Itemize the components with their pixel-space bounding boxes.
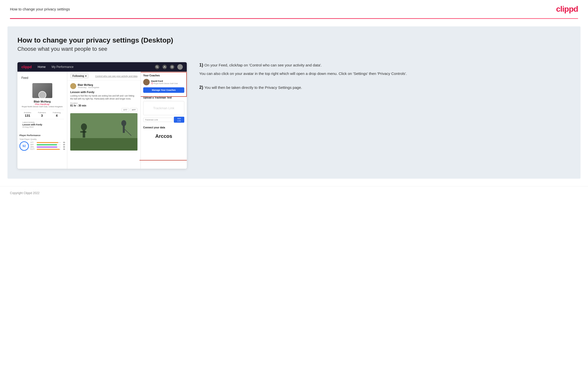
pp-bar-value: 85 [62, 144, 65, 146]
post-image [70, 113, 137, 151]
pp-bar-value: 86 [62, 146, 65, 148]
stat-followers: Followers 3 [38, 111, 46, 117]
connect-section: Connect your data Arccos [143, 126, 184, 140]
pp-quality-label: Total Player Quality [19, 138, 65, 140]
pp-title: Player Performance [19, 134, 65, 137]
pp-bar-value: 90 [62, 142, 65, 143]
stat-following-value: 4 [53, 114, 61, 117]
svg-point-2 [164, 66, 165, 67]
coach-info: David Ford Royal North Devon Golf Club [151, 80, 178, 85]
control-privacy-link[interactable]: Control who can see your activity and da… [95, 75, 137, 77]
following-button[interactable]: Following ▾ [70, 74, 89, 78]
trackman-input-area: Trackman Link [143, 101, 184, 115]
add-link-button[interactable]: Add Link [174, 117, 184, 123]
step1-text: 1) On your Feed, click/tap on 'Control w… [199, 62, 568, 68]
coaches-section: Your Coaches David Ford Royal North Devo… [143, 74, 184, 93]
pp-bar-fill [37, 147, 57, 148]
app-screenshot: clippd Home My Performance [17, 62, 187, 169]
post-duration-label: Duration [70, 102, 137, 104]
post-footer: Duration 01 hr : 30 min OTT APP [70, 102, 137, 112]
step2-number: 2) [199, 85, 203, 90]
pp-bar-label: PUTT [30, 148, 36, 150]
pp-bar-row: OTT 90 [30, 142, 65, 143]
copyright: Copyright Clippd 2022 [10, 191, 40, 195]
user-club: Royal North Devon Golf Club, United King… [20, 105, 64, 108]
pp-bar-track [37, 147, 61, 148]
step2-text-body: You will then be taken directly to the P… [204, 85, 302, 90]
top-header: How to change your privacy settings clip… [0, 0, 588, 18]
stat-followers-label: Followers [38, 111, 46, 114]
app-sidebar: Feed Blair McHarg Plus Handicap Royal No… [17, 72, 67, 169]
app-nav: clippd Home My Performance [17, 62, 187, 72]
post-description: Looking to feel like my hands are exitin… [70, 95, 137, 101]
coach-row: David Ford Royal North Devon Golf Club [143, 79, 184, 85]
content-row: clippd Home My Performance [17, 62, 571, 169]
user-card: Blair McHarg Plus Handicap Royal North D… [17, 81, 67, 132]
pp-bar-row: PUTT 96 [30, 148, 65, 150]
stat-followers-value: 3 [38, 114, 46, 117]
stat-activities-value: 131 [24, 114, 31, 117]
manage-coaches-button[interactable]: Manage Your Coaches [143, 87, 184, 93]
connect-title: Connect your data [143, 126, 184, 129]
user-avatar [38, 91, 46, 98]
page-footer: Copyright Clippd 2022 [0, 186, 588, 200]
trackman-input[interactable] [143, 118, 173, 122]
post-duration-value: 01 hr : 30 min [70, 104, 137, 107]
svg-point-9 [121, 120, 126, 126]
coach-avatar [143, 79, 150, 85]
trackman-section: Upload a Trackman Test Trackman Link Add… [143, 96, 184, 123]
instruction-step1: 1) On your Feed, click/tap on 'Control w… [199, 62, 568, 77]
app-nav-home: Home [38, 65, 46, 69]
feed-tab[interactable]: Feed [17, 75, 67, 81]
post-duration: Duration 01 hr : 30 min [70, 102, 137, 107]
app-nav-icons [155, 64, 183, 70]
user-handicap: Plus Handicap [20, 103, 64, 105]
pp-quality-row: 92 OTT 90 APP 85 ARG 86 PUT [19, 141, 65, 151]
latest-activity-name: Lesson with Fordy [20, 123, 64, 126]
pp-bar-track [37, 149, 61, 150]
step1-text-part1: On your Feed, click/tap on 'Control who … [204, 63, 322, 67]
feed-header: Following ▾ Control who can see your act… [67, 72, 140, 81]
user-avatar-nav[interactable] [177, 64, 183, 70]
coach-name: David Ford [151, 80, 178, 82]
step2-text: 2) You will then be taken directly to th… [199, 85, 568, 91]
step1-text-part2: You can also click on your avatar in the… [199, 71, 568, 77]
header-divider [10, 18, 578, 19]
app-body: Feed Blair McHarg Plus Handicap Royal No… [17, 72, 187, 169]
main-content: How to change your privacy settings (Des… [7, 26, 581, 179]
instructions-panel: 1) On your Feed, click/tap on 'Control w… [197, 62, 571, 99]
trackman-input-row: Add Link [143, 117, 184, 123]
svg-point-0 [156, 66, 158, 67]
user-stats: Activities 131 Followers 3 Following 4 [20, 110, 64, 119]
post-tags: OTT APP [122, 108, 137, 112]
svg-rect-10 [123, 126, 125, 133]
person-icon [162, 65, 167, 69]
post-author-info: Blair McHarg Yesterday · Sunningdale [78, 84, 99, 89]
post-card: Blair McHarg Yesterday · Sunningdale Les… [67, 81, 140, 153]
trackman-title: Upload a Trackman Test [143, 96, 184, 99]
post-image-silhouette [70, 113, 137, 151]
stat-activities: Activities 131 [24, 111, 31, 117]
pp-score: 92 [19, 141, 29, 151]
svg-line-1 [158, 67, 158, 68]
stat-activities-label: Activities [24, 111, 31, 114]
activity-icon [170, 65, 174, 69]
tag-app: APP [130, 108, 137, 112]
pp-bar-label: APP [30, 144, 36, 146]
svg-point-6 [81, 123, 87, 130]
user-avatar-area [32, 83, 52, 98]
player-performance: Player Performance Total Player Quality … [17, 132, 67, 153]
instruction-step2: 2) You will then be taken directly to th… [199, 85, 568, 91]
pp-bar-value: 96 [62, 148, 65, 150]
pp-bar-fill [37, 142, 58, 143]
step1-number: 1) [199, 62, 203, 67]
annotation-line [139, 160, 187, 160]
coach-club: Royal North Devon Golf Club [151, 82, 178, 85]
svg-rect-8 [80, 131, 86, 133]
stat-following-label: Following [53, 111, 61, 114]
pp-bars: OTT 90 APP 85 ARG 86 PUTT 96 [30, 142, 65, 151]
pp-bar-row: ARG 86 [30, 146, 65, 148]
app-feed: Following ▾ Control who can see your act… [67, 72, 141, 169]
post-avatar [70, 83, 76, 89]
app-right-panel: Your Coaches David Ford Royal North Devo… [141, 72, 187, 169]
